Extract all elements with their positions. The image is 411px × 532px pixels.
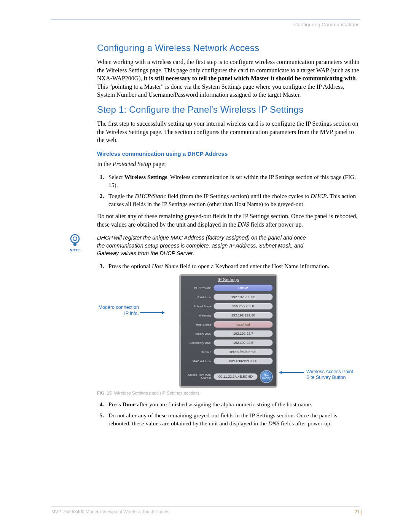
- settings-row: Subnet Mask255.255.255.0: [181, 302, 276, 310]
- text: Do not alter any of these remaining grey…: [97, 213, 358, 228]
- callout-text: Modero connection IP info.: [99, 305, 139, 316]
- list-item: Press Done after you are finished assign…: [107, 401, 360, 409]
- text: after you are finished assigning the alp…: [135, 401, 312, 407]
- paragraph: The first step to successfully setting u…: [97, 120, 360, 144]
- step-list-3: Press Done after you are finished assign…: [97, 401, 360, 428]
- svg-rect-2: [73, 243, 76, 246]
- paragraph: In the Protected Setup page:: [97, 160, 360, 168]
- text-italic: Host Name: [152, 263, 178, 269]
- field-label: Access Point MAC Address: [184, 374, 211, 380]
- field-label: IP Address: [184, 296, 211, 299]
- footer-product: MVP-7500/8400 Modero Viewpoint Wireless …: [51, 509, 169, 514]
- figure-label: FIG. 15: [97, 391, 112, 395]
- figure-15: Modero connection IP info. IP Settings D…: [97, 274, 360, 388]
- text-italic: DHCP/Static: [135, 193, 166, 199]
- lightbulb-icon: [69, 234, 81, 248]
- footer-rule: [51, 506, 360, 507]
- note-icon: NOTE: [67, 234, 83, 252]
- text: fields after power-up.: [249, 221, 303, 228]
- text-bold: Done: [123, 401, 135, 407]
- list-item: Press the optional Host Name field to op…: [107, 262, 360, 270]
- callout-text: Wireless Access Point: [306, 369, 375, 375]
- ip-settings-panel: IP Settings DHCP/StaticDHCPIP Address192…: [179, 274, 277, 388]
- text: fields after power-up.: [279, 420, 331, 427]
- page-edge-mark: [362, 510, 362, 515]
- breadcrumb: Configuring Communications: [51, 22, 360, 27]
- field-value[interactable]: 00:C0:06:BI:C1:00: [213, 358, 273, 364]
- text-italic: DHCP: [311, 193, 327, 199]
- settings-row: Domaintechpubs.internal: [181, 348, 276, 356]
- text: Press the optional: [108, 263, 152, 269]
- page-number: 21: [355, 509, 360, 514]
- site-survey-button[interactable]: Site Survey: [260, 370, 273, 383]
- field-label: DHCP/Static: [184, 286, 211, 290]
- settings-row: Primary DNS192.192.92.7: [181, 330, 276, 337]
- text: In the: [97, 161, 113, 167]
- page-footer: MVP-7500/8400 Modero Viewpoint Wireless …: [51, 506, 360, 514]
- field-label: Primary DNS: [184, 332, 211, 335]
- text-italic: Protected Setup: [113, 161, 151, 167]
- settings-row: MAC Address00:C0:06:BI:C1:00: [181, 357, 276, 365]
- settings-row: Secondary DNS192.192.92.5: [181, 339, 276, 347]
- field-value[interactable]: DHCP: [213, 284, 273, 291]
- field-label: Domain: [184, 350, 211, 354]
- section-title-step1: Step 1: Configure the Panel's Wireless I…: [97, 104, 360, 115]
- field-value[interactable]: 255.255.255.0: [213, 303, 273, 310]
- paragraph: When working with a wireless card, the f…: [97, 58, 360, 99]
- settings-row: Host Namelocalhost: [181, 321, 276, 328]
- text-italic: DNS: [268, 420, 279, 427]
- text-bold: it is still necessary to tell the panel …: [144, 75, 356, 81]
- text: field to open a Keyboard and enter the H…: [178, 263, 329, 269]
- field-label: Host Name: [184, 323, 211, 326]
- callout-right: Wireless Access Point Site Survey Button: [306, 369, 375, 381]
- text: Toggle the: [108, 193, 135, 199]
- text: Press: [108, 401, 123, 407]
- field-value[interactable]: 192.192.292.92: [213, 294, 273, 300]
- text: page:: [151, 161, 166, 167]
- svg-point-0: [71, 235, 79, 243]
- settings-row: Gateway192.192.292.90: [181, 312, 276, 319]
- ap-mac-row: Access Point MAC Address 00:11:22:3A:4B:…: [181, 370, 276, 383]
- text: field (from the IP Settings section) unt…: [166, 193, 311, 199]
- field-label: Gateway: [184, 314, 211, 317]
- subsection-title-dhcp: Wireless communication using a DHCP Addr…: [97, 150, 360, 157]
- list-item: Toggle the DHCP/Static field (from the I…: [107, 192, 360, 208]
- settings-row: DHCP/StaticDHCP: [181, 284, 276, 292]
- text: Survey: [262, 377, 271, 379]
- callout-text: Site Survey Button: [306, 375, 375, 381]
- field-value[interactable]: 192.192.92.5: [213, 339, 273, 346]
- field-value[interactable]: localhost: [213, 321, 273, 328]
- field-value[interactable]: techpubs.internal: [213, 348, 273, 355]
- paragraph: Do not alter any of these remaining grey…: [97, 212, 360, 228]
- settings-row: IP Address192.192.292.92: [181, 293, 276, 301]
- arrow-icon: [140, 312, 162, 313]
- field-label: Secondary DNS: [184, 341, 211, 345]
- text-italic: DNS: [237, 221, 249, 228]
- field-value[interactable]: 192.192.292.90: [213, 312, 273, 319]
- field-label: MAC Address: [184, 359, 211, 363]
- callout-left: Modero connection IP info.: [93, 305, 139, 316]
- note-block: NOTE DHCP will register the unique MAC A…: [67, 234, 360, 257]
- top-rule: [51, 19, 360, 19]
- field-label: Subnet Mask: [184, 305, 211, 308]
- text: Select: [108, 174, 124, 180]
- section-title-configuring: Configuring a Wireless Network Access: [97, 43, 360, 53]
- note-text: DHCP will register the unique MAC Addres…: [97, 234, 310, 257]
- list-item: Select Wireless Settings. Wireless commu…: [107, 173, 360, 189]
- note-label: NOTE: [67, 248, 83, 252]
- field-value[interactable]: 192.192.92.7: [213, 330, 273, 337]
- figure-caption-text: Wireless Settings page (IP Settings sect…: [114, 391, 199, 395]
- figure-caption: FIG. 15 Wireless Settings page (IP Setti…: [97, 391, 360, 395]
- text-bold: Wireless Settings: [124, 174, 167, 180]
- arrow-icon: [281, 372, 304, 373]
- ap-mac-field[interactable]: 00:11:22:3A:4B:5C:6D: [213, 373, 258, 380]
- svg-point-1: [73, 237, 77, 241]
- text: Site: [264, 374, 269, 377]
- step-list-2: Press the optional Host Name field to op…: [97, 262, 360, 270]
- list-item: Do not alter any of these remaining grey…: [107, 412, 360, 428]
- step-list-1: Select Wireless Settings. Wireless commu…: [97, 173, 360, 208]
- panel-title: IP Settings: [181, 276, 276, 284]
